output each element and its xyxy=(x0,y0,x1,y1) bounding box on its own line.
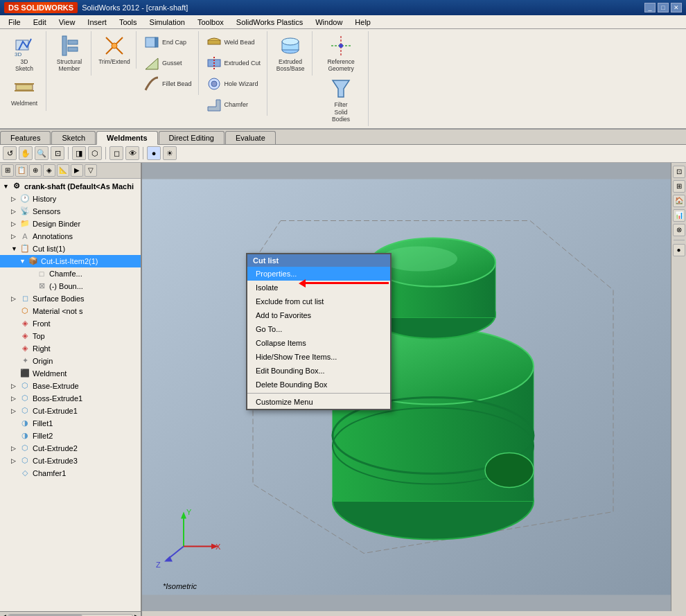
lp-icon-4[interactable]: ◈ xyxy=(43,164,55,177)
history-expand[interactable]: ▷ xyxy=(11,195,19,202)
menu-item-tools[interactable]: Tools xyxy=(114,17,143,28)
appearance-button[interactable]: ● xyxy=(147,146,161,160)
tree-item-front[interactable]: ◈ Front xyxy=(0,317,141,330)
ctx-delete-bounding[interactable]: Delete Bounding Box xyxy=(247,378,390,391)
sensors-expand[interactable]: ▷ xyxy=(11,208,19,215)
ctx-edit-bounding[interactable]: Edit Bounding Box... xyxy=(247,364,390,378)
cut-list-expand[interactable]: ▼ xyxy=(11,245,19,252)
tree-item-origin[interactable]: ✦ Origin xyxy=(0,355,141,367)
filter-icon[interactable]: ▽ xyxy=(85,164,97,177)
chamfer-button[interactable]: Chamfer xyxy=(203,95,265,114)
tree-item-cut-list-item[interactable]: ▼ 📦 Cut-List-Item2(1) xyxy=(0,255,141,267)
menu-item-window[interactable]: Window xyxy=(310,17,348,28)
tree-item-fillet2[interactable]: ◑ Fillet2 xyxy=(0,430,141,442)
lp-icon-6[interactable]: ▶ xyxy=(71,164,83,177)
rs-icon-2[interactable]: ⊞ xyxy=(673,180,685,193)
ctx-customize[interactable]: Customize Menu xyxy=(247,395,390,409)
maximize-button[interactable]: □ xyxy=(658,3,669,12)
tab-evaluate[interactable]: Evaluate xyxy=(225,131,276,144)
menu-item-edit[interactable]: Edit xyxy=(28,17,52,28)
tree-item-base-extrude[interactable]: ▷ ⬡ Base-Extrude xyxy=(0,380,141,392)
tab-features[interactable]: Features xyxy=(0,131,51,144)
tab-sketch[interactable]: Sketch xyxy=(51,131,96,144)
tree-item-surface-bodies[interactable]: ▷ ◻ Surface Bodies xyxy=(0,292,141,305)
design-binder-expand[interactable]: ▷ xyxy=(11,220,19,227)
cut-extrude1-expand[interactable]: ▷ xyxy=(11,407,19,414)
ctx-add-favorites[interactable]: Add to Favorites xyxy=(247,308,390,322)
ctx-go-to[interactable]: Go To... xyxy=(247,322,390,336)
weldment-button[interactable]: Weldment xyxy=(6,74,43,109)
tree-item-weldment[interactable]: ⬛ Weldment xyxy=(0,367,141,380)
tree-item-bounding-box[interactable]: ⊠ (-) Boun... xyxy=(0,280,141,292)
menu-item-help[interactable]: Help xyxy=(349,17,376,28)
tree-item-chamfer-child[interactable]: □ Chamfe... xyxy=(0,267,141,280)
tree-item-design-binder[interactable]: ▷ 📁 Design Binder xyxy=(0,218,141,230)
pan-button[interactable]: ✋ xyxy=(19,146,33,160)
base-extrude-expand[interactable]: ▷ xyxy=(11,382,19,389)
zoom-in-button[interactable]: 🔍 xyxy=(35,146,49,160)
scroll-left-btn[interactable]: ◀ xyxy=(1,613,6,616)
boss-extrude1-expand[interactable]: ▷ xyxy=(11,395,19,402)
menu-item-toolbox[interactable]: Toolbox xyxy=(192,17,229,28)
extruded-boss-button[interactable]: ExtrudedBoss/Base xyxy=(272,33,309,74)
cut-list-item-expand[interactable]: ▼ xyxy=(19,258,28,265)
realview-button[interactable]: ☀ xyxy=(163,146,177,160)
ctx-collapse[interactable]: Collapse Items xyxy=(247,336,390,350)
rs-icon-3[interactable]: 🏠 xyxy=(673,195,685,207)
tree-item-boss-extrude1[interactable]: ▷ ⬡ Boss-Extrude1 xyxy=(0,392,141,405)
rs-icon-1[interactable]: ⊡ xyxy=(673,166,685,178)
tab-weldments[interactable]: Weldments xyxy=(96,131,157,145)
tree-item-chamfer1[interactable]: ◇ Chamfer1 xyxy=(0,467,141,479)
annotations-expand[interactable]: ▷ xyxy=(11,233,19,240)
ctx-properties[interactable]: Properties... xyxy=(247,267,390,281)
hide-show-button[interactable]: 👁 xyxy=(125,146,139,160)
tree-item-sensors[interactable]: ▷ 📡 Sensors xyxy=(0,205,141,218)
menu-item-file[interactable]: File xyxy=(3,17,26,28)
menu-item-solidworks plastics[interactable]: SolidWorks Plastics xyxy=(231,17,308,28)
lp-icon-5[interactable]: 📐 xyxy=(57,164,69,177)
tree-item-material[interactable]: ⬡ Material <not s xyxy=(0,305,141,317)
end-cap-button[interactable]: End Cap xyxy=(141,33,195,52)
reference-geometry-button[interactable]: ReferenceGeometry xyxy=(317,33,365,74)
trim-extend-button[interactable]: Trim/Extend xyxy=(96,33,133,67)
3d-viewport[interactable]: Y X Z *Isometric Cut list Properties... … xyxy=(142,163,686,611)
section-view-button[interactable]: ◨ xyxy=(72,146,86,160)
rs-icon-6[interactable]: ● xyxy=(673,244,685,256)
weld-bead-button[interactable]: Weld Bead xyxy=(203,33,265,52)
3d-sketch-button[interactable]: 3D 3DSketch xyxy=(6,33,43,74)
menu-item-view[interactable]: View xyxy=(53,17,81,28)
tree-item-cut-extrude3[interactable]: ▷ ⬡ Cut-Extrude3 xyxy=(0,455,141,467)
surface-bodies-expand[interactable]: ▷ xyxy=(11,295,19,302)
lp-icon-3[interactable]: ⊕ xyxy=(29,164,42,177)
tree-item-cut-extrude2[interactable]: ▷ ⬡ Cut-Extrude2 xyxy=(0,442,141,455)
menu-item-simulation[interactable]: Simulation xyxy=(144,17,191,28)
tree-item-cut-extrude1[interactable]: ▷ ⬡ Cut-Extrude1 xyxy=(0,405,141,417)
rs-icon-5[interactable]: ⊗ xyxy=(673,224,685,236)
extruded-cut-button[interactable]: Extruded Cut xyxy=(203,53,265,73)
ctx-exclude[interactable]: Exclude from cut list xyxy=(247,294,390,308)
filter-solid-button[interactable]: FilterSolidBodies xyxy=(317,76,365,125)
scroll-right-btn[interactable]: ▶ xyxy=(134,613,139,616)
display-style-button[interactable]: ◻ xyxy=(109,146,123,160)
ctx-hide-show[interactable]: Hide/Show Tree Items... xyxy=(247,350,390,364)
menu-item-insert[interactable]: Insert xyxy=(82,17,112,28)
lp-icon-1[interactable]: ⊞ xyxy=(1,164,14,177)
cut-extrude3-expand[interactable]: ▷ xyxy=(11,457,19,464)
gusset-button[interactable]: Gusset xyxy=(141,53,195,73)
fillet-bead-button[interactable]: Fillet Bead xyxy=(141,74,195,94)
tree-root[interactable]: ▼ ⚙ crank-shaft (Default<As Machi xyxy=(0,180,141,193)
root-expand[interactable]: ▼ xyxy=(3,183,11,190)
close-button[interactable]: ✕ xyxy=(671,3,682,12)
minimize-button[interactable]: _ xyxy=(644,3,656,12)
tree-item-cut-list[interactable]: ▼ 📋 Cut list(1) xyxy=(0,243,141,255)
tree-item-fillet1[interactable]: ◑ Fillet1 xyxy=(0,417,141,430)
view-orient-button[interactable]: ⬡ xyxy=(88,146,102,160)
cut-extrude2-expand[interactable]: ▷ xyxy=(11,445,19,452)
rotate-button[interactable]: ↺ xyxy=(3,146,17,160)
tree-item-top[interactable]: ◈ Top xyxy=(0,330,141,342)
structural-member-button[interactable]: StructuralMember xyxy=(51,33,88,74)
tree-item-annotations[interactable]: ▷ A Annotations xyxy=(0,230,141,243)
rs-icon-4[interactable]: 📊 xyxy=(673,209,685,222)
tab-direct-editing[interactable]: Direct Editing xyxy=(159,131,225,144)
lp-icon-2[interactable]: 📋 xyxy=(15,164,28,177)
